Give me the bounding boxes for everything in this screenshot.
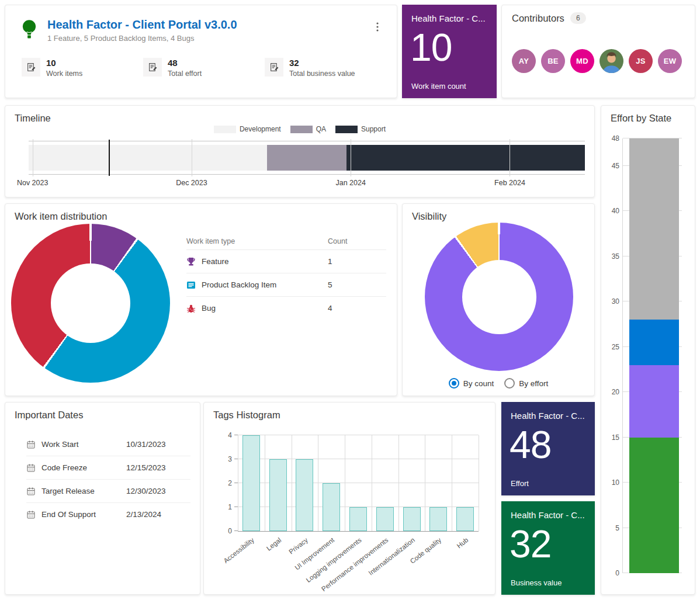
contributors-title: Contributors — [512, 13, 564, 24]
timeline-bar[interactable] — [29, 145, 585, 171]
table-row: Product Backlog Item 5 — [186, 273, 386, 297]
radio-by-effort[interactable]: By effort — [504, 378, 548, 389]
work-item-icon — [22, 58, 40, 77]
tag-bar[interactable] — [403, 507, 421, 531]
widget-title: Work item distribution — [15, 211, 107, 222]
stat-total-business-value: 32 Total business value — [265, 58, 386, 78]
tag-bar[interactable] — [323, 483, 340, 531]
effort-by-state-chart: 05101520253035404548 — [622, 138, 682, 573]
tag-bar[interactable] — [456, 507, 474, 531]
gridline — [238, 435, 238, 531]
avatar-photo-image — [599, 49, 623, 73]
legend-item: Support — [335, 125, 386, 133]
table-header: Work item type Count — [186, 233, 386, 250]
visibility-mode-radios: By count By effort — [403, 378, 594, 389]
avatar[interactable]: BE — [541, 49, 565, 73]
legend-label: Development — [240, 125, 281, 133]
gridline — [292, 435, 292, 531]
work-item-type-label: Feature — [202, 257, 229, 266]
y-axis-label: 4 — [219, 431, 232, 439]
radio-label: By count — [463, 379, 494, 388]
tag-bar[interactable] — [429, 507, 447, 531]
tags-histogram-widget: Tags Histogram 01234AccessibilityLegalPr… — [203, 402, 495, 595]
timeline-phase-development[interactable] — [29, 145, 267, 171]
timeline-month-label: Nov 2023 — [17, 179, 48, 187]
tile-effort[interactable]: Health Factor - C... 48 Effort — [501, 402, 595, 495]
gridline — [425, 435, 425, 531]
tag-bar[interactable] — [296, 459, 313, 531]
work-item-type-label: Bug — [202, 304, 216, 313]
stat-value: 32 — [289, 58, 355, 68]
date-value: 12/15/2023 — [126, 463, 166, 472]
tag-bar[interactable] — [349, 507, 367, 531]
legend-swatch — [290, 126, 313, 133]
timeline-phase-support[interactable] — [346, 145, 585, 171]
y-axis-label: 3 — [219, 455, 232, 463]
widget-title: Visibility — [412, 211, 446, 222]
avatar[interactable]: EW — [658, 49, 682, 73]
kebab-menu-icon[interactable] — [371, 20, 384, 33]
timeline-phase-qa[interactable] — [267, 145, 346, 171]
tile-label: Effort — [511, 479, 529, 488]
radio-label: By effort — [519, 379, 548, 388]
radio-selected-icon[interactable] — [449, 378, 459, 389]
work-item-count: 5 — [328, 280, 386, 289]
effort-state-segment[interactable] — [629, 138, 679, 320]
calendar-icon — [26, 440, 36, 449]
table-row: Feature 1 — [186, 250, 386, 273]
avatar[interactable]: AY — [512, 49, 536, 73]
avatar[interactable]: MD — [570, 49, 594, 73]
work-item-distribution-donut[interactable] — [11, 224, 170, 383]
y-axis-label: 15 — [604, 433, 619, 442]
tile-business-value[interactable]: Health Factor - C... 32 Business value — [501, 501, 595, 595]
y-axis-label: 45 — [604, 162, 619, 170]
legend-item: Development — [214, 125, 281, 133]
date-value: 12/30/2023 — [126, 487, 166, 495]
effort-state-segment[interactable] — [629, 320, 679, 365]
radio-unselected-icon[interactable] — [504, 378, 515, 389]
avatar-photo[interactable] — [599, 49, 623, 73]
legend-label: QA — [316, 125, 326, 133]
calendar-icon — [26, 510, 36, 519]
y-axis-label: 2 — [219, 479, 232, 487]
page-title[interactable]: Health Factor - Client Portal v3.0.0 — [47, 18, 237, 32]
stat-label: Total business value — [289, 70, 355, 78]
tile-value: 48 — [501, 421, 595, 464]
timeline-marker — [109, 140, 110, 176]
x-axis-label: Accessibility — [223, 536, 256, 564]
timeline-chart-band — [29, 141, 585, 175]
radio-by-count[interactable]: By count — [449, 378, 494, 389]
gridline — [372, 435, 372, 531]
date-label: End Of Support — [41, 510, 126, 519]
date-row: Work Start 10/31/2023 — [26, 433, 190, 456]
timeline-month-tick — [192, 139, 192, 176]
y-axis-label: 35 — [604, 252, 619, 261]
work-item-count: 1 — [328, 257, 386, 266]
timeline-legend: Development QA Support — [5, 125, 594, 133]
legend-swatch — [335, 126, 358, 133]
avatar[interactable]: JS — [629, 49, 653, 73]
stat-label: Work items — [46, 70, 82, 78]
timeline-axis: Nov 2023Dec 2023Jan 2024Feb 2024 — [29, 179, 585, 188]
page-subtitle: 1 Feature, 5 Product Backlog Items, 4 Bu… — [47, 34, 237, 43]
tag-bar[interactable] — [242, 435, 260, 531]
project-balloon-icon — [18, 18, 40, 40]
timeline-month-label: Dec 2023 — [176, 179, 207, 187]
work-item-type-label: Product Backlog Item — [202, 280, 276, 289]
effort-state-segment[interactable] — [629, 438, 679, 574]
tile-title: Health Factor - C... — [402, 5, 497, 23]
tag-bar[interactable] — [269, 459, 287, 531]
effort-state-segment[interactable] — [629, 365, 679, 438]
legend-item: QA — [290, 125, 326, 133]
visibility-donut[interactable] — [425, 223, 573, 371]
stat-value: 48 — [168, 58, 202, 68]
tag-bar[interactable] — [376, 507, 394, 531]
tile-value: 32 — [501, 520, 595, 563]
tile-work-item-count[interactable]: Health Factor - C... 10 Work item count — [402, 5, 497, 98]
gridline — [238, 435, 479, 435]
header-stats: 10 Work items 48 Total effort — [22, 58, 386, 78]
y-axis-label: 1 — [219, 503, 232, 511]
effort-stacked-bar — [629, 138, 679, 573]
work-item-count: 4 — [328, 304, 386, 313]
gridline — [479, 435, 479, 531]
